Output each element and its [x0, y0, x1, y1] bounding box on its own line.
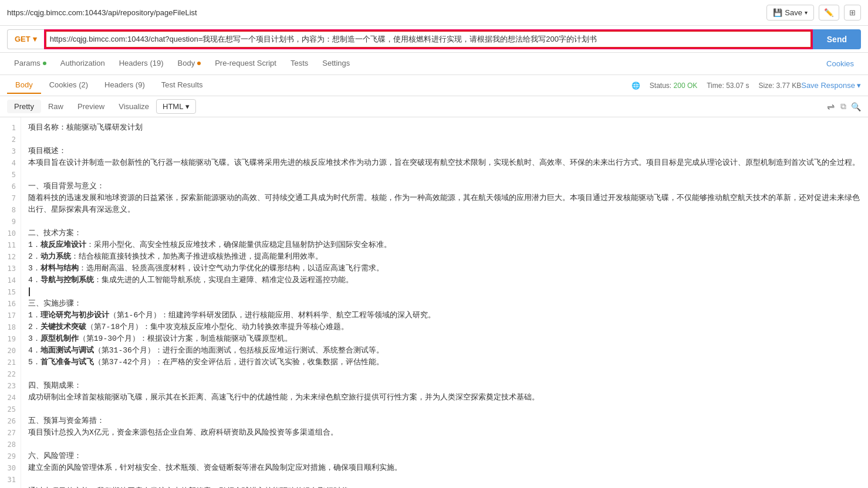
code-line: [28, 368, 861, 380]
status-label: Status: 200 OK: [650, 82, 697, 90]
code-line: 项目名称：核能驱动飞碟研发计划: [28, 122, 861, 134]
subtab-headers[interactable]: Headers (9): [96, 77, 153, 94]
request-line: GET ▾ Send: [0, 26, 868, 53]
line-number: 31: [0, 474, 21, 486]
line-number: 19: [0, 333, 21, 345]
format-select[interactable]: HTML ▾: [156, 99, 196, 114]
code-line: 4．导航与控制系统：集成先进的人工智能导航系统，实现自主避障、精准定位及远程遥控…: [28, 274, 861, 286]
code-line: 建立全面的风险管理体系，针对核安全、技术瓶颈、资金链断裂等潜在风险制定应对措施，…: [28, 462, 861, 474]
url-input-wrapper: [44, 29, 813, 49]
code-line: 1．核反应堆设计：采用小型化、高安全性核反应堆技术，确保能量供应稳定且辐射防护达…: [28, 239, 861, 251]
globe-icon: 🌐: [631, 82, 640, 90]
code-line: 本项目旨在设计并制造一款创新性的飞行器一核能驱动飞碟。该飞碟将采用先进的核反应堆…: [28, 157, 861, 169]
code-line: 3．材料与结构：选用耐高温、轻质高强度材料，设计空气动力学优化的碟形结构，以适应…: [28, 263, 861, 274]
save-icon: 💾: [773, 8, 782, 17]
line-number: 14: [0, 274, 21, 286]
code-line: 项目概述：: [28, 145, 861, 157]
line-number: 2: [0, 134, 21, 145]
method-label: GET: [15, 35, 31, 43]
line-number: 22: [0, 368, 21, 380]
line-number: 23: [0, 380, 21, 392]
code-content: 项目名称：核能驱动飞碟研发计划项目概述：本项目旨在设计并制造一款创新性的飞行器一…: [21, 117, 868, 488]
tab-authorization[interactable]: Authorization: [53, 54, 112, 73]
url-bar: https://cqjg.bimcc.com:10443/api/reposit…: [0, 0, 868, 26]
tab-headers[interactable]: Headers (19): [112, 54, 171, 73]
edit-button[interactable]: ✏️: [819, 5, 839, 21]
search-button[interactable]: 🔍: [851, 102, 861, 111]
line-number: 16: [0, 298, 21, 310]
code-line: 一、项目背景与意义：: [28, 181, 861, 192]
code-line: 五、预算与资金筹措：: [28, 415, 861, 427]
subtab-body[interactable]: Body: [7, 77, 41, 94]
line-number: 1: [0, 122, 21, 134]
code-line: 六、风险管理：: [28, 450, 861, 462]
code-line: 随着科技的迅速发展和地球资源的日益紧张，探索新能源驱动的高效、可持续交通工具成为…: [28, 192, 861, 216]
wrap-button[interactable]: ⇌: [827, 101, 835, 112]
line-number: 18: [0, 321, 21, 333]
fmt-preview[interactable]: Preview: [70, 100, 112, 113]
line-number: 30: [0, 462, 21, 474]
line-number: 5: [0, 169, 21, 181]
time-label: Time: 53.07 s: [707, 82, 749, 90]
code-area: 1234567891011121314151617181920212223242…: [0, 117, 868, 488]
save-button[interactable]: 💾 Save ▾: [766, 5, 814, 21]
line-number: 8: [0, 204, 21, 216]
tab-body[interactable]: Body: [171, 54, 208, 73]
url-display: https://cqjg.bimcc.com:10443/api/reposit…: [7, 8, 197, 17]
line-number: 17: [0, 310, 21, 321]
fmt-raw[interactable]: Raw: [41, 100, 70, 113]
send-button[interactable]: Send: [813, 29, 861, 49]
line-number: 6: [0, 181, 21, 192]
code-line: 成功研制出全球首架核能驱动飞碟，展示其在长距离、高速飞行中的优越性能，为未来绿色…: [28, 392, 861, 404]
code-line: 2．关键技术突破（第7-18个月）：集中攻克核反应堆小型化、动力转换效率提升等核…: [28, 321, 861, 333]
tab-params[interactable]: Params: [7, 54, 53, 73]
line-number: 3: [0, 145, 21, 157]
line-number: 11: [0, 239, 21, 251]
cookies-link[interactable]: Cookies: [819, 55, 861, 73]
tab-tests[interactable]: Tests: [283, 54, 315, 73]
subtab-test-results[interactable]: Test Results: [153, 77, 211, 94]
code-line: 5．首飞准备与试飞（第37-42个月）：在严格的安全评估后，进行首次试飞实验，收…: [28, 357, 861, 368]
chevron-down-icon: ▾: [857, 81, 861, 90]
line-numbers: 1234567891011121314151617181920212223242…: [0, 117, 21, 488]
line-number: 20: [0, 345, 21, 357]
line-number: 10: [0, 228, 21, 239]
line-number: 25: [0, 404, 21, 415]
url-bar-actions: 💾 Save ▾ ✏️ ⊞: [766, 5, 861, 21]
nav-tabs: Params Authorization Headers (19) Body P…: [0, 53, 868, 75]
body-dot: [197, 62, 201, 65]
chevron-down-icon: ▾: [185, 102, 190, 111]
expand-button[interactable]: ⊞: [844, 5, 861, 21]
code-line: [28, 286, 861, 298]
save-response-button[interactable]: Save Response ▾: [801, 81, 861, 90]
response-info: 🌐 Status: 200 OK Time: 53.07 s Size: 3.7…: [631, 82, 801, 90]
subtab-cookies[interactable]: Cookies (2): [41, 77, 96, 94]
line-number: 13: [0, 263, 21, 274]
params-dot: [43, 62, 46, 65]
code-line: 1．理论研究与初步设计（第1-6个月）：组建跨学科研发团队，进行核能应用、材料科…: [28, 310, 861, 321]
line-number: 7: [0, 192, 21, 204]
method-select[interactable]: GET ▾: [7, 29, 44, 49]
code-line: 项目预计总投入为X亿元，资金来源包括企业自筹、政府科研资助及风险投资等多渠道组合…: [28, 427, 861, 439]
code-line: [28, 404, 861, 415]
url-input[interactable]: [45, 30, 812, 48]
code-line: 3．原型机制作（第19-30个月）：根据设计方案，制造核能驱动飞碟原型机。: [28, 333, 861, 345]
line-number: 9: [0, 216, 21, 228]
sub-tabs: Body Cookies (2) Headers (9) Test Result…: [0, 75, 868, 96]
code-line: 三、实施步骤：: [28, 298, 861, 310]
code-line: 通过本项目的实施，我们期待开启人类航空史的新篇章，引领全球进入核能驱动的绿色飞行…: [28, 486, 861, 488]
code-line: [28, 474, 861, 486]
tab-settings[interactable]: Settings: [315, 54, 357, 73]
copy-button[interactable]: ⧉: [840, 101, 846, 111]
code-line: [28, 169, 861, 181]
code-line: 2．动力系统：结合核能直接转换技术，加热离子推进或核热推进，提高能量利用效率。: [28, 251, 861, 263]
code-line: 二、技术方案：: [28, 228, 861, 239]
line-number: 27: [0, 427, 21, 439]
size-value: 3.77 KB: [776, 82, 802, 90]
fmt-visualize[interactable]: Visualize: [112, 100, 156, 113]
line-number: 12: [0, 251, 21, 263]
status-value: 200 OK: [674, 82, 698, 90]
tab-pre-request[interactable]: Pre-request Script: [208, 54, 283, 73]
chevron-down-icon: ▾: [805, 9, 808, 16]
fmt-pretty[interactable]: Pretty: [7, 100, 41, 113]
